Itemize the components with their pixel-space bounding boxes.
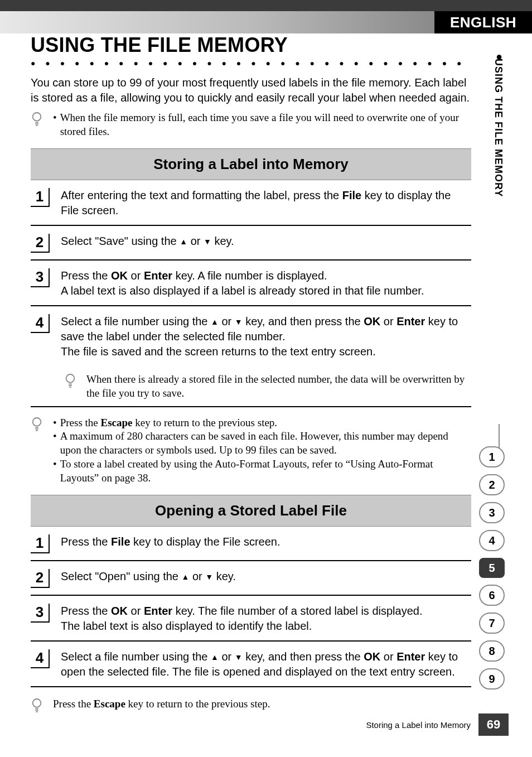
footer-section-title: Storing a Label into Memory — [0, 720, 478, 730]
step-text: Press the OK or Enter key. The file numb… — [61, 604, 471, 634]
footer: Storing a Label into Memory 69 — [0, 713, 532, 736]
title-dots: ● ● ● ● ● ● ● ● ● ● ● ● ● ● ● ● ● ● ● ● … — [31, 59, 471, 67]
bulb-icon — [31, 111, 46, 129]
step-text: Select "Save" using the ▲ or ▼ key. — [61, 234, 471, 253]
bulb-icon — [64, 373, 80, 390]
step-text: Select "Open" using the ▲ or ▼ key. — [61, 569, 471, 588]
step-text: After entering the text and formatting t… — [61, 188, 471, 218]
svg-point-0 — [33, 113, 41, 121]
step-number: 4 — [31, 649, 50, 668]
step-a3: 3 Press the OK or Enter key. A file numb… — [31, 268, 471, 303]
chapter-tab-5[interactable]: 5 — [479, 558, 505, 578]
step-text: Press the OK or Enter key. A file number… — [61, 268, 471, 298]
chapter-tab-2[interactable]: 2 — [479, 474, 505, 495]
bulb-icon — [31, 697, 46, 715]
section-heading-storing: Storing a Label into Memory — [31, 148, 471, 180]
end-note-text: Press the Escape key to return to the pr… — [53, 697, 471, 711]
svg-point-3 — [33, 699, 41, 707]
content-area: USING THE FILE MEMORY ● ● ● ● ● ● ● ● ● … — [31, 33, 471, 715]
step-number: 4 — [31, 314, 50, 333]
step-divider — [31, 406, 471, 407]
section-b-end-note: Press the Escape key to return to the pr… — [31, 697, 471, 715]
step-a4-note: When there is already a stored file in t… — [64, 373, 471, 400]
step-divider — [31, 305, 471, 306]
manual-page: { "header": { "lang": "ENGLISH", "sideba… — [0, 0, 532, 757]
intro-note-text: •When the file memory is full, each time… — [53, 111, 471, 138]
step-text: Press the File key to display the File s… — [61, 534, 471, 553]
step-b1: 1 Press the File key to display the File… — [31, 534, 471, 558]
chapter-tab-1[interactable]: 1 — [479, 446, 505, 467]
step-a1: 1 After entering the text and formatting… — [31, 188, 471, 223]
intro-paragraph: You can store up to 99 of your most freq… — [31, 75, 471, 105]
down-triangle-icon: ▼ — [235, 317, 243, 327]
step-number: 2 — [31, 569, 50, 588]
step-note-text: When there is already a stored file in t… — [86, 373, 471, 400]
step-number: 1 — [31, 188, 50, 207]
header-gradient — [0, 11, 434, 33]
step-a2: 2 Select "Save" using the ▲ or ▼ key. — [31, 234, 471, 257]
step-divider — [31, 640, 471, 642]
step-divider — [31, 686, 471, 687]
step-divider — [31, 560, 471, 561]
step-b4: 4 Select a file number using the ▲ or ▼ … — [31, 649, 471, 684]
step-number: 3 — [31, 268, 50, 287]
chapter-tab-9[interactable]: 9 — [479, 668, 505, 690]
svg-point-1 — [66, 374, 75, 383]
bulb-icon — [31, 416, 46, 434]
step-text: Select a file number using the ▲ or ▼ ke… — [61, 649, 471, 679]
chapter-tabs: 1 2 3 4 5 6 7 8 9 — [472, 446, 512, 696]
step-text: Select a file number using the ▲ or ▼ ke… — [61, 314, 471, 359]
up-triangle-icon: ▲ — [211, 652, 219, 663]
top-strip — [0, 0, 532, 11]
intro-note: •When the file memory is full, each time… — [31, 111, 471, 138]
page-number: 69 — [478, 713, 509, 736]
step-b3: 3 Press the OK or Enter key. The file nu… — [31, 604, 471, 638]
chapter-tab-3[interactable]: 3 — [479, 502, 505, 523]
chapter-tab-8[interactable]: 8 — [479, 640, 505, 662]
step-b2: 2 Select "Open" using the ▲ or ▼ key. — [31, 569, 471, 592]
up-triangle-icon: ▲ — [180, 237, 187, 247]
page-title: USING THE FILE MEMORY — [31, 33, 471, 57]
up-triangle-icon: ▲ — [211, 317, 219, 327]
step-divider — [31, 595, 471, 596]
down-triangle-icon: ▼ — [205, 572, 213, 582]
chapter-tab-4[interactable]: 4 — [479, 530, 505, 551]
header-row: ENGLISH — [0, 11, 532, 33]
language-label: ENGLISH — [434, 11, 532, 33]
end-notes-text: •Press the Escape key to return to the p… — [53, 416, 471, 485]
sidebar-chapter-label: USING THE FILE MEMORY — [492, 59, 504, 197]
step-divider — [31, 259, 471, 261]
section-heading-opening: Opening a Stored Label File — [31, 495, 471, 527]
section-a-end-notes: •Press the Escape key to return to the p… — [31, 416, 471, 485]
step-number: 2 — [31, 234, 50, 253]
step-divider — [31, 225, 471, 226]
step-a4: 4 Select a file number using the ▲ or ▼ … — [31, 314, 471, 364]
chapter-tab-6[interactable]: 6 — [479, 585, 505, 606]
svg-point-2 — [33, 418, 41, 426]
down-triangle-icon: ▼ — [204, 237, 211, 247]
chapter-tab-7[interactable]: 7 — [479, 613, 505, 634]
up-triangle-icon: ▲ — [182, 572, 190, 582]
down-triangle-icon: ▼ — [235, 652, 243, 663]
step-number: 3 — [31, 604, 50, 623]
step-number: 1 — [31, 534, 50, 553]
